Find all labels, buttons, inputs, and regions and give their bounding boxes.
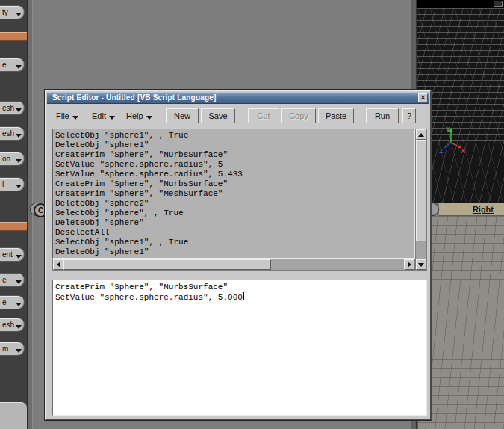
new-button[interactable]: New [166,108,199,123]
script-history[interactable]: SelectObj "sphere1", , True DeleteObj "s… [52,129,415,259]
menu-arrow-icon [16,303,22,306]
help-button[interactable]: ? [402,108,416,123]
menu-help[interactable]: Help [126,110,152,122]
history-line: DeleteObj "sphere1" [55,141,414,150]
viewport-control-box[interactable] [494,1,503,7]
history-vscrollbar[interactable] [415,129,427,271]
menu-label: Edit [92,111,106,120]
application-window: ty e esh esh on l ent e e esh m Y Z X [0,0,504,429]
script-editor-window: Script Editor - Untitled [VB Script Lang… [45,90,432,420]
vscroll-thumb[interactable] [416,140,426,241]
sidebar-button-label: esh [2,129,14,138]
sidebar-menu-button[interactable]: l [0,177,25,191]
menu-edit[interactable]: Edit [92,110,115,122]
menu-arrow-icon [72,116,78,120]
input-line-text: SetValue "sphere.sphere.radius", 5.000 [55,293,243,302]
sidebar-menu-button[interactable]: m [0,342,25,356]
viewport-top-strip [417,0,504,8]
axis-indicator-icon: Y Z X [438,123,469,156]
sidebar-button-label: l [2,180,4,188]
sidebar-divider [0,222,27,231]
menu-label: File [56,111,69,120]
scroll-up-button[interactable] [416,129,426,140]
script-input[interactable]: CreatePrim "Sphere", "NurbsSurface" SetV… [52,280,427,416]
scroll-down-icon [418,263,424,267]
sidebar-button-label: ent [2,250,13,259]
sidebar-footer [0,402,27,429]
scroll-down-button[interactable] [416,259,426,270]
menu-arrow-icon [16,325,22,329]
axis-x-label: X [461,147,465,155]
sidebar-button-label: e [2,61,7,69]
sidebar-menu-button[interactable]: e [0,273,25,287]
menu-arrow-icon [16,134,22,138]
menu-toolbar: File Edit Help New Save Cut Copy Paste R… [46,108,430,124]
input-line-text: CreatePrim "Sphere", "NurbsSurface" [55,283,228,291]
paste-button[interactable]: Paste [318,108,354,123]
close-button[interactable]: × [418,93,428,102]
history-line: CreatePrim "Sphere", "NurbsSurface" [55,150,414,160]
input-line: SetValue "sphere.sphere.radius", 5.000 [55,292,426,303]
sidebar-menu-button[interactable]: ty [0,5,25,19]
scroll-right-button[interactable] [404,259,414,270]
menu-arrow-icon [16,159,22,163]
sidebar-button-label: e [2,276,7,284]
menu-label: Help [126,111,143,120]
history-line: DeselectAll [55,228,414,238]
cut-button: Cut [248,108,279,123]
copy-button: Copy [281,108,316,123]
sidebar-menu-button[interactable]: ent [0,247,25,262]
sidebar-menu-button[interactable]: esh [0,101,25,115]
history-pane: SelectObj "sphere1", , True DeleteObj "s… [52,129,427,271]
scroll-up-icon [418,133,424,137]
sidebar-menu-button[interactable]: esh [0,318,25,332]
menu-arrow-icon [16,280,22,284]
close-icon: × [421,93,426,102]
sidebar-button-label: ty [2,8,8,16]
save-button[interactable]: Save [201,108,235,123]
sidebar-button-label: esh [2,104,14,112]
history-line: SelectObj "sphere", , True [55,209,414,218]
sidebar-button-label: e [2,298,7,306]
menu-file[interactable]: File [56,110,78,122]
menu-arrow-icon [146,116,152,120]
scroll-right-icon [408,262,411,268]
sidebar-menu-button[interactable]: esh [0,126,25,141]
history-line: CreatePrim "Sphere", "NurbsSurface" [55,179,414,189]
menu-arrow-icon [16,13,22,16]
scroll-left-button[interactable] [53,259,63,270]
sidebar-menu-button[interactable]: e [0,295,25,309]
hscroll-thumb[interactable] [63,259,271,270]
run-button[interactable]: Run [366,108,399,123]
sidebar-button-label: on [2,155,10,163]
window-title: Script Editor - Untitled [VB Script Lang… [52,93,217,102]
sidebar-button-label: esh [2,321,14,329]
history-line: SelectObj "sphere1", , True [55,131,414,141]
history-line: SetValue "sphere.sphere.radius", 5.433 [55,170,414,179]
menu-arrow-icon [16,65,22,69]
titlebar[interactable]: Script Editor - Untitled [VB Script Lang… [47,92,429,104]
input-line: CreatePrim "Sphere", "NurbsSurface" [55,283,426,292]
sidebar-divider [0,32,27,41]
history-line: CreatePrim "Sphere", "MeshSurface" [55,189,414,199]
scroll-left-icon [57,262,60,268]
history-line: DeleteObj "sphere" [55,218,414,228]
history-line: DeleteObj "sphere2" [55,199,414,209]
sidebar-menu-button[interactable]: e [0,58,25,72]
sidebar-menu-button[interactable]: on [0,152,25,166]
history-line: DeleteObj "sphere1" [55,247,414,257]
history-line: SelectObj "sphere1", , True [55,238,414,247]
history-hscrollbar[interactable] [52,259,415,271]
menu-arrow-icon [16,108,22,112]
text-cursor [243,292,244,300]
axis-z-label: Z [439,147,444,155]
menu-arrow-icon [109,116,115,120]
axis-y-label: Y [446,126,450,133]
menu-arrow-icon [16,255,22,259]
menu-arrow-icon [16,185,22,188]
left-toolbar: ty e esh esh on l ent e e esh m [0,0,27,429]
viewport-title[interactable]: Right [473,205,494,214]
viewport-title-bar[interactable]: Right [439,203,504,216]
sidebar-button-label: m [2,345,8,353]
menu-arrow-icon [16,349,22,353]
